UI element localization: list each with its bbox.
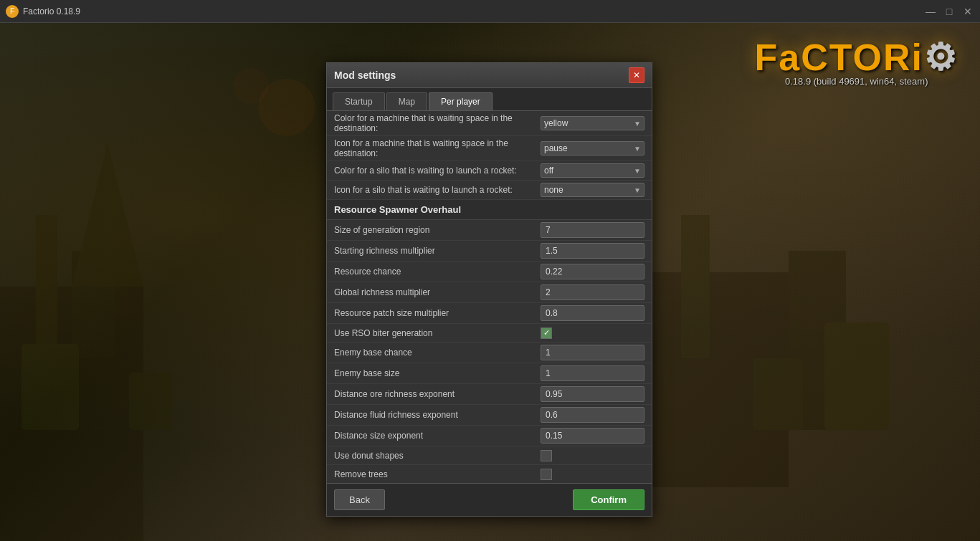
setting-value-donut — [541, 450, 644, 461]
window-title: Factorio 0.18.9 — [23, 6, 924, 16]
setting-row-dist-ore: Distance ore richness exponent — [327, 384, 652, 405]
setting-value-enemy-size — [541, 365, 644, 381]
setting-label-dist-size: Distance size exponent — [334, 431, 541, 441]
setting-label-donut: Use donut shapes — [334, 451, 541, 461]
setting-label-dist-ore: Distance ore richness exponent — [334, 389, 541, 399]
input-dist-ore[interactable] — [541, 386, 644, 402]
dialog-title-bar: Mod settings ✕ — [327, 63, 652, 88]
setting-row-enemy-chance: Enemy base chance — [327, 343, 652, 363]
setting-label-icon-silo: Icon for a silo that is waiting to launc… — [334, 185, 541, 195]
tab-per-player[interactable]: Per player — [429, 92, 493, 110]
checkbox-donut[interactable] — [541, 450, 552, 461]
section-header-rso: Resource Spawner Overhaul — [327, 200, 652, 220]
chevron-down-icon: ▼ — [634, 186, 641, 194]
setting-row-resource-chance: Resource chance — [327, 262, 652, 282]
dialog-footer: Back Confirm — [327, 483, 652, 516]
chevron-down-icon: ▼ — [634, 120, 641, 128]
setting-label-remove-trees: Remove trees — [334, 469, 541, 479]
setting-value-resource-chance — [541, 264, 644, 279]
minimize-button[interactable]: — — [924, 5, 937, 18]
setting-value-remove-trees — [541, 469, 644, 480]
setting-value-dist-fluid — [541, 407, 644, 423]
setting-value-icon-waiting: pause ▼ — [541, 141, 644, 155]
maximize-button[interactable]: □ — [943, 5, 956, 18]
setting-label-color-silo: Color for a silo that is waiting to laun… — [334, 166, 541, 176]
setting-label-color-waiting: Color for a machine that is waiting spac… — [334, 113, 541, 133]
setting-row-global-richness: Global richness multiplier — [327, 282, 652, 303]
setting-label-size: Size of generation region — [334, 225, 541, 235]
setting-label-dist-fluid: Distance fluid richness exponent — [334, 410, 541, 420]
setting-value-color-waiting: yellow ▼ — [541, 116, 644, 130]
setting-value-global-richness — [541, 284, 644, 300]
setting-value-dist-ore — [541, 386, 644, 402]
setting-row-icon-waiting: Icon for a machine that is waiting space… — [327, 136, 652, 161]
tabs-container: Startup Map Per player — [327, 88, 652, 110]
app-icon: F — [6, 5, 19, 18]
settings-content[interactable]: Color for a machine that is waiting spac… — [327, 110, 652, 483]
back-button[interactable]: Back — [334, 489, 385, 510]
setting-label-patch-size: Resource patch size multiplier — [334, 308, 541, 318]
input-richness[interactable] — [541, 243, 644, 259]
setting-value-icon-silo: none ▼ — [541, 183, 644, 197]
input-dist-fluid[interactable] — [541, 407, 644, 423]
input-enemy-size[interactable] — [541, 365, 644, 381]
dropdown-icon-waiting[interactable]: pause ▼ — [541, 141, 644, 155]
setting-row-size: Size of generation region — [327, 220, 652, 241]
dropdown-color-silo[interactable]: off ▼ — [541, 163, 644, 178]
setting-label-enemy-size: Enemy base size — [334, 368, 541, 378]
setting-row-enemy-size: Enemy base size — [327, 363, 652, 384]
input-resource-chance[interactable] — [541, 264, 644, 279]
tab-map[interactable]: Map — [386, 92, 427, 110]
close-button[interactable]: ✕ — [961, 5, 974, 18]
setting-value-rso-biter — [541, 327, 644, 339]
checkbox-rso-biter[interactable] — [541, 327, 552, 339]
setting-value-color-silo: off ▼ — [541, 163, 644, 178]
setting-row-donut: Use donut shapes — [327, 446, 652, 465]
mod-settings-dialog: Mod settings ✕ Startup Map Per player Co… — [326, 62, 652, 517]
setting-label-enemy-chance: Enemy base chance — [334, 348, 541, 358]
setting-row-icon-silo: Icon for a silo that is waiting to launc… — [327, 181, 652, 200]
title-bar: F Factorio 0.18.9 — □ ✕ — [0, 0, 980, 23]
input-patch-size[interactable] — [541, 305, 644, 321]
dialog-close-button[interactable]: ✕ — [629, 67, 644, 83]
input-global-richness[interactable] — [541, 284, 644, 300]
input-enemy-chance[interactable] — [541, 345, 644, 360]
setting-value-size — [541, 222, 644, 238]
setting-value-richness — [541, 243, 644, 259]
dropdown-color-waiting[interactable]: yellow ▼ — [541, 116, 644, 130]
chevron-down-icon: ▼ — [634, 145, 641, 153]
section-title-rso: Resource Spawner Overhaul — [334, 204, 461, 215]
setting-row-dist-size: Distance size exponent — [327, 426, 652, 446]
setting-value-enemy-chance — [541, 345, 644, 360]
window-controls: — □ ✕ — [924, 5, 974, 18]
setting-label-resource-chance: Resource chance — [334, 267, 541, 277]
setting-label-icon-waiting: Icon for a machine that is waiting space… — [334, 138, 541, 158]
setting-row-patch-size: Resource patch size multiplier — [327, 303, 652, 324]
setting-row-color-waiting: Color for a machine that is waiting spac… — [327, 111, 652, 136]
setting-label-global-richness: Global richness multiplier — [334, 287, 541, 297]
setting-row-color-silo: Color for a silo that is waiting to laun… — [327, 161, 652, 181]
confirm-button[interactable]: Confirm — [573, 489, 644, 510]
setting-label-richness: Starting richness multiplier — [334, 246, 541, 256]
checkbox-remove-trees[interactable] — [541, 469, 552, 480]
setting-value-patch-size — [541, 305, 644, 321]
dropdown-icon-silo[interactable]: none ▼ — [541, 183, 644, 197]
setting-label-rso-biter: Use RSO biter generation — [334, 328, 541, 338]
setting-row-remove-trees: Remove trees — [327, 465, 652, 483]
setting-row-dist-fluid: Distance fluid richness exponent — [327, 405, 652, 426]
input-dist-size[interactable] — [541, 428, 644, 444]
setting-row-richness: Starting richness multiplier — [327, 241, 652, 262]
setting-value-dist-size — [541, 428, 644, 444]
chevron-down-icon: ▼ — [634, 167, 641, 175]
setting-row-rso-biter: Use RSO biter generation — [327, 324, 652, 343]
tab-startup[interactable]: Startup — [333, 92, 385, 110]
modal-overlay: Mod settings ✕ Startup Map Per player Co… — [0, 23, 980, 541]
dialog-title: Mod settings — [334, 70, 396, 81]
input-size[interactable] — [541, 222, 644, 238]
